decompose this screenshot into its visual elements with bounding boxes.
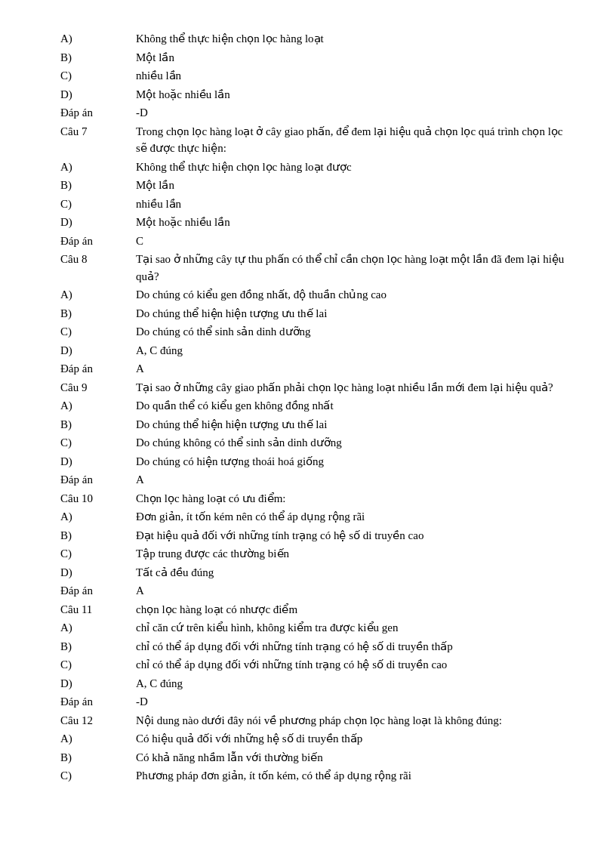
option-label: B) bbox=[60, 638, 136, 655]
answer-row: Đáp ánA bbox=[60, 360, 571, 378]
option-text: Do chúng có thể sinh sản dinh dưỡng bbox=[136, 323, 571, 341]
option-label: B) bbox=[60, 49, 136, 66]
answer-label: Đáp án bbox=[60, 233, 136, 250]
option-text: Một hoặc nhiều lần bbox=[136, 86, 571, 103]
answer-row: Đáp án-D bbox=[60, 104, 571, 122]
question-row: Câu 8Tại sao ở những cây tự thu phấn có … bbox=[60, 251, 571, 285]
list-item: C)chỉ có thể áp dụng đối với những tính … bbox=[60, 656, 571, 674]
question-row: Câu 11chọn lọc hàng loạt có nhược điểm bbox=[60, 601, 571, 618]
list-item: B)Một lần bbox=[60, 49, 571, 66]
option-text: Do chúng có hiện tượng thoái hoá giống bbox=[136, 453, 571, 470]
question-row: Câu 10Chọn lọc hàng loạt có ưu điểm: bbox=[60, 490, 571, 507]
option-text: Có hiệu quả đối với những hệ số di truyề… bbox=[136, 730, 571, 748]
option-label: B) bbox=[60, 416, 136, 433]
option-label: C) bbox=[60, 656, 136, 674]
question-number: Câu 10 bbox=[60, 490, 136, 507]
option-text: Tập trung được các thường biến bbox=[136, 545, 571, 563]
answer-label: Đáp án bbox=[60, 582, 136, 600]
list-item: A)Không thể thực hiện chọn lọc hàng loạt bbox=[60, 30, 571, 48]
answer-row: Đáp ánA bbox=[60, 471, 571, 489]
option-label: B) bbox=[60, 305, 136, 322]
list-item: A)Có hiệu quả đối với những hệ số di tru… bbox=[60, 730, 571, 748]
option-text: A, C đúng bbox=[136, 675, 571, 692]
list-item: C)Do chúng không có thể sinh sản dinh dư… bbox=[60, 434, 571, 452]
answer-value: A bbox=[136, 360, 571, 378]
option-label: C) bbox=[60, 67, 136, 85]
option-text: nhiều lần bbox=[136, 67, 571, 85]
option-label: B) bbox=[60, 527, 136, 544]
answer-label: Đáp án bbox=[60, 471, 136, 489]
list-item: C)Tập trung được các thường biến bbox=[60, 545, 571, 563]
list-item: B)Đạt hiệu quả đối với những tính trạng … bbox=[60, 527, 571, 544]
option-text: Do quần thể có kiểu gen không đồng nhất bbox=[136, 397, 571, 415]
question-number: Câu 11 bbox=[60, 601, 136, 618]
question-text: chọn lọc hàng loạt có nhược điểm bbox=[136, 601, 571, 618]
list-item: D)A, C đúng bbox=[60, 675, 571, 692]
option-label: C) bbox=[60, 545, 136, 563]
option-text: Tất cả đều đúng bbox=[136, 564, 571, 581]
option-label: A) bbox=[60, 397, 136, 415]
option-text: Đạt hiệu quả đối với những tính trạng có… bbox=[136, 527, 571, 544]
list-item: A)Do chúng có kiểu gen đồng nhất, độ thu… bbox=[60, 286, 571, 304]
question-number: Câu 9 bbox=[60, 379, 136, 396]
option-label: C) bbox=[60, 767, 136, 785]
option-text: chỉ có thể áp dụng đối với những tính tr… bbox=[136, 656, 571, 674]
question-number: Câu 12 bbox=[60, 712, 136, 729]
question-text: Tại sao ở những cây giao phấn phải chọn … bbox=[136, 379, 571, 396]
answer-value: -D bbox=[136, 693, 571, 711]
question-number: Câu 8 bbox=[60, 251, 136, 285]
list-item: D)Do chúng có hiện tượng thoái hoá giống bbox=[60, 453, 571, 470]
list-item: B)Có khả năng nhầm lẫn với thường biến bbox=[60, 749, 571, 766]
option-text: chỉ có thể áp dụng đối với những tính tr… bbox=[136, 638, 571, 655]
list-item: A)Không thể thực hiện chọn lọc hàng loạt… bbox=[60, 159, 571, 176]
list-item: A)chỉ căn cứ trên kiểu hình, không kiểm … bbox=[60, 619, 571, 637]
question-text: Tại sao ở những cây tự thu phấn có thể c… bbox=[136, 251, 571, 285]
option-text: Do chúng không có thể sinh sản dinh dưỡn… bbox=[136, 434, 571, 452]
option-text: nhiều lần bbox=[136, 196, 571, 213]
option-label: A) bbox=[60, 619, 136, 637]
option-text: A, C đúng bbox=[136, 342, 571, 359]
list-item: C)Do chúng có thể sinh sản dinh dưỡng bbox=[60, 323, 571, 341]
answer-row: Đáp ánC bbox=[60, 233, 571, 250]
main-content: A)Không thể thực hiện chọn lọc hàng loạt… bbox=[60, 30, 571, 785]
option-text: Một lần bbox=[136, 177, 571, 194]
option-label: B) bbox=[60, 177, 136, 194]
option-label: D) bbox=[60, 86, 136, 103]
option-label: C) bbox=[60, 196, 136, 213]
option-text: Đơn giản, ít tốn kém nên có thể áp dụng … bbox=[136, 508, 571, 526]
option-label: D) bbox=[60, 453, 136, 470]
option-label: D) bbox=[60, 214, 136, 231]
list-item: C)Phương pháp đơn giản, ít tốn kém, có t… bbox=[60, 767, 571, 785]
option-text: Do chúng thể hiện hiện tượng ưu thế lai bbox=[136, 305, 571, 322]
list-item: D)Một hoặc nhiều lần bbox=[60, 214, 571, 231]
option-text: Phương pháp đơn giản, ít tốn kém, có thể… bbox=[136, 767, 571, 785]
option-text: Một hoặc nhiều lần bbox=[136, 214, 571, 231]
question-row: Câu 7Trong chọn lọc hàng loạt ở cây giao… bbox=[60, 123, 571, 157]
question-text: Chọn lọc hàng loạt có ưu điểm: bbox=[136, 490, 571, 507]
option-label: A) bbox=[60, 30, 136, 48]
option-label: D) bbox=[60, 675, 136, 692]
list-item: C)nhiều lần bbox=[60, 67, 571, 85]
option-label: D) bbox=[60, 564, 136, 581]
question-number: Câu 7 bbox=[60, 123, 136, 157]
list-item: A)Đơn giản, ít tốn kém nên có thể áp dụn… bbox=[60, 508, 571, 526]
answer-value: C bbox=[136, 233, 571, 250]
question-text: Nội dung nào dưới đây nói về phương pháp… bbox=[136, 712, 571, 729]
list-item: B)chỉ có thể áp dụng đối với những tính … bbox=[60, 638, 571, 655]
list-item: B)Một lần bbox=[60, 177, 571, 194]
question-row: Câu 12Nội dung nào dưới đây nói về phươn… bbox=[60, 712, 571, 729]
option-text: Có khả năng nhầm lẫn với thường biến bbox=[136, 749, 571, 766]
answer-value: A bbox=[136, 582, 571, 600]
option-label: D) bbox=[60, 342, 136, 359]
answer-label: Đáp án bbox=[60, 693, 136, 711]
answer-label: Đáp án bbox=[60, 360, 136, 378]
option-label: A) bbox=[60, 730, 136, 748]
option-label: B) bbox=[60, 749, 136, 766]
list-item: D)Một hoặc nhiều lần bbox=[60, 86, 571, 103]
option-text: Không thể thực hiện chọn lọc hàng loạt bbox=[136, 30, 571, 48]
option-label: C) bbox=[60, 434, 136, 452]
answer-value: -D bbox=[136, 104, 571, 122]
answer-label: Đáp án bbox=[60, 104, 136, 122]
answer-row: Đáp án-D bbox=[60, 693, 571, 711]
answer-value: A bbox=[136, 471, 571, 489]
